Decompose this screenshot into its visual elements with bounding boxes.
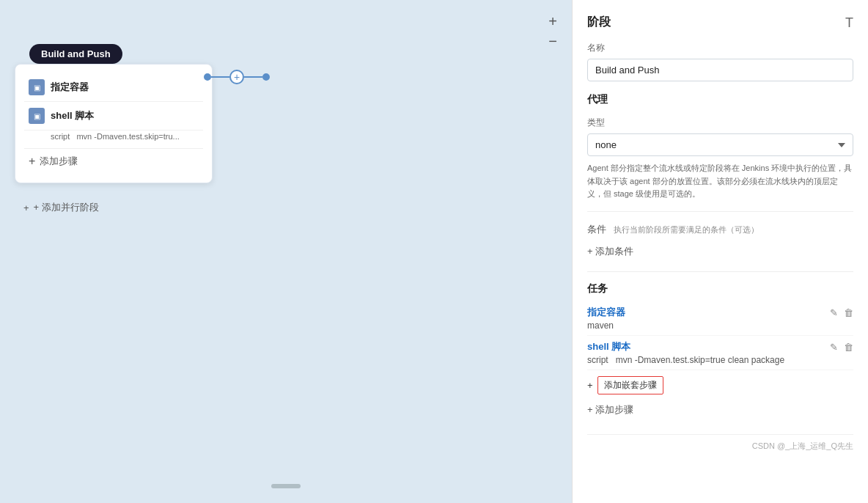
task1-delete-button[interactable]: 🗑 [844,307,853,318]
task1-title: 指定容器 [51,81,89,94]
task-item-shell[interactable]: shell 脚本 [24,102,203,131]
task1-icon [29,79,45,95]
task1-row-name[interactable]: 指定容器 [587,306,830,319]
panel-close-button[interactable]: T [845,16,853,29]
task2-row-name[interactable]: shell 脚本 [587,340,830,353]
right-panel: 阶段 T 名称 代理 类型 none Agent 部分指定整个流水线或特定阶段将… [572,0,868,503]
tasks-section-title: 任务 [587,282,853,295]
task1-edit-button[interactable]: ✎ [830,307,838,318]
add-nested-step-button[interactable]: + 添加嵌套步骤 [587,376,853,394]
condition-title: 条件 [587,224,606,235]
connector-add-button[interactable]: + [229,70,244,84]
divider1 [587,211,853,212]
add-condition-button[interactable]: + 添加条件 [587,242,853,261]
add-step-row-label: + 添加步骤 [587,403,633,416]
agent-help-text: Agent 部分指定整个流水线或特定阶段将在 Jenkins 环境中执行的位置，… [587,162,853,201]
task-item-container[interactable]: 指定容器 [24,73,203,102]
agent-section-title: 代理 [587,93,853,106]
add-parallel-button[interactable]: + + 添加并行阶段 [23,195,99,220]
zoom-plus-icon[interactable]: + [548,13,557,30]
divider2 [587,271,853,272]
task2-row-value: script mvn -Dmaven.test.skip=true clean … [587,355,830,365]
task-row-container: 指定容器 maven ✎ 🗑 [587,301,853,336]
name-input[interactable] [587,59,853,81]
task2-delete-button[interactable]: 🗑 [844,342,853,353]
task-row-shell-left: shell 脚本 script mvn -Dmaven.test.skip=tr… [587,340,830,365]
zoom-minus-icon[interactable]: − [548,33,557,50]
connector-line-right [244,76,262,78]
watermark: CSDN @_上海_运维_Q先生 [587,434,853,452]
name-label: 名称 [587,42,853,54]
nested-step-label[interactable]: 添加嵌套步骤 [597,376,663,394]
add-parallel-label: + 添加并行阶段 [34,201,99,214]
task2-icon [29,108,45,124]
task2-value-prefix: script [587,355,608,365]
task-row-container-left: 指定容器 maven [587,306,830,331]
task2-edit-button[interactable]: ✎ [830,342,838,353]
agent-type-select[interactable]: none [587,133,853,156]
task-row-shell: shell 脚本 script mvn -Dmaven.test.skip=tr… [587,336,853,370]
task2-detail-value: mvn -Dmaven.test.skip=tru... [76,132,179,141]
task2-row-actions: ✎ 🗑 [830,340,853,353]
stage-card: 指定容器 shell 脚本 script mvn -Dmaven.test.sk… [15,64,213,183]
add-parallel-plus-icon: + [23,202,29,213]
connector-area: + [204,70,270,84]
task1-row-actions: ✎ 🗑 [830,306,853,318]
condition-sublabel: 执行当前阶段所需要满足的条件（可选） [614,225,759,234]
add-step-button[interactable]: + 添加步骤 [24,148,203,174]
type-label: 类型 [587,117,853,129]
scroll-indicator [271,484,301,488]
task2-value: mvn -Dmaven.test.skip=true clean package [616,355,784,365]
add-step-row-button[interactable]: + 添加步骤 [587,400,853,419]
task2-detail: script mvn -Dmaven.test.skip=tru... [24,131,203,145]
add-step-label: 添加步骤 [40,155,78,168]
condition-section: 条件 执行当前阶段所需要满足的条件（可选） [587,222,853,236]
panel-header: 阶段 T [587,15,853,30]
task2-detail-prefix: script [51,132,70,141]
connector-dot-right [262,73,270,81]
zoom-controls[interactable]: + − [548,13,557,50]
connector-dot-left [204,73,211,81]
panel-title: 阶段 [587,15,611,30]
task2-title: shell 脚本 [51,109,94,122]
left-panel: + − Build and Push 指定容器 shell 脚本 script [0,0,572,503]
add-condition-label: + 添加条件 [587,245,633,258]
stage-wrapper: Build and Push 指定容器 shell 脚本 script mvn … [15,44,213,220]
stage-label[interactable]: Build and Push [29,44,122,64]
nested-step-plus-icon: + [587,380,593,391]
canvas-area: Build and Push 指定容器 shell 脚本 script mvn … [0,0,572,503]
connector-line-left [211,76,229,78]
add-step-plus-icon: + [29,155,35,168]
task1-row-value: maven [587,320,830,331]
